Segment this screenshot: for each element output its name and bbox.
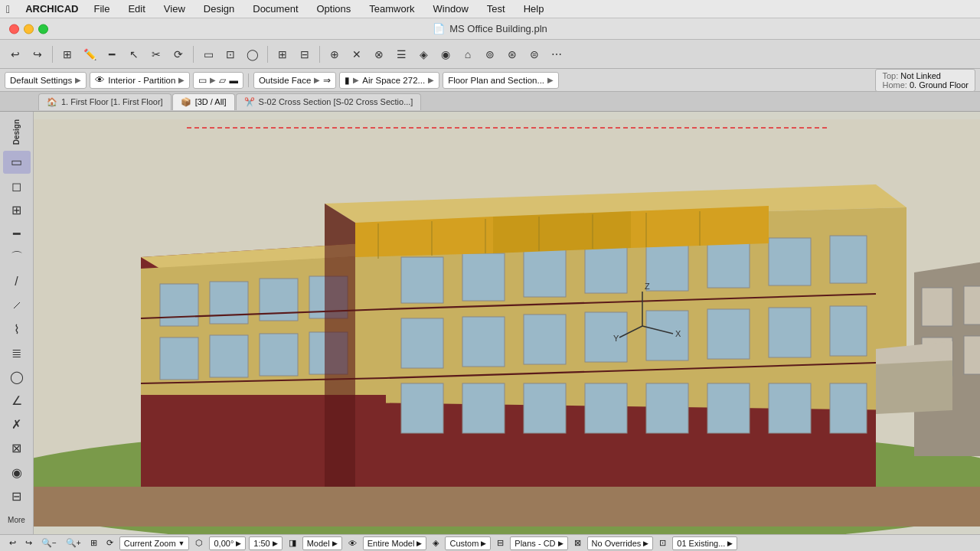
tool8-button[interactable]: ⊚ [479,44,501,65]
sidebar-wall-tool[interactable]: ▭ [3,151,31,173]
menu-view[interactable]: View [161,3,188,15]
zoom-in-button[interactable]: 🔍 + [63,536,84,550]
tool6-button[interactable]: ◉ [435,44,456,65]
model-dropdown[interactable]: Model ▶ [302,536,342,550]
existing-dropdown[interactable]: 01 Existing... ▶ [672,536,737,550]
default-settings-dropdown[interactable]: Default Settings ▶ [5,72,87,89]
entire-model-dropdown[interactable]: Entire Model ▶ [363,536,427,550]
sidebar-column-tool[interactable]: ◻ [3,175,31,197]
scale-dropdown[interactable]: 1:50 ▶ [249,536,282,550]
trim-button[interactable]: ✂ [145,44,167,65]
close-button[interactable] [9,24,19,34]
sidebar-morph-tool[interactable]: ◉ [3,461,31,484]
minimize-button[interactable] [24,24,34,34]
override-icon-btn[interactable]: ⊟ [494,536,507,550]
tab-first-floor[interactable]: 🏠 1. First Floor [1. First Floor] [38,93,172,110]
wall-type-icon-btn[interactable]: 👁 Interior - Partition ▶ [90,72,190,89]
angle-dropdown[interactable]: 0,00° ▶ [209,536,246,550]
svg-rect-25 [769,308,811,357]
tool5-button[interactable]: ◈ [413,44,434,65]
menu-design[interactable]: Design [201,3,237,15]
tool4-button[interactable]: ☰ [390,44,412,65]
pointer-button[interactable]: ↖ [123,44,145,65]
window-title: MS Office Building.pln [449,23,547,34]
sidebar-object-tool[interactable]: ⊟ [3,485,31,507]
grid2-button[interactable]: ⊟ [294,44,315,65]
home-key: Home: [882,80,906,90]
plans-dropdown[interactable]: Plans - CD ▶ [510,536,567,550]
snap-button[interactable]: ⊞ [57,44,78,65]
line-button[interactable]: ━ [101,44,122,65]
air-space-arrow1-icon: ▶ [353,76,359,84]
redo-button[interactable]: ↪ [27,44,48,65]
menu-test[interactable]: Test [484,3,508,15]
tab-floor-icon: 🏠 [47,97,57,107]
zoom-dropdown[interactable]: Current Zoom ▼ [119,536,190,550]
menu-window[interactable]: Window [430,3,472,15]
sidebar-zone-tool[interactable]: ⌇ [3,318,31,341]
sidebar-line-tool[interactable]: / [3,270,31,292]
undo-icon: ↩ [9,538,16,548]
menu-file[interactable]: File [90,3,113,15]
profile3-icon: ▬ [229,76,238,85]
menu-edit[interactable]: Edit [125,3,148,15]
tool10-button[interactable]: ⊜ [524,44,545,65]
circle-button[interactable]: ◯ [242,44,263,65]
draw-button[interactable]: ✏️ [79,44,100,65]
sidebar-slab-tool[interactable]: ━ [3,223,31,245]
sidebar-rail-tool[interactable]: ⊠ [3,437,31,459]
tool2-button[interactable]: ✕ [346,44,368,65]
custom-icon-btn[interactable]: ◈ [430,536,442,550]
tool1-button[interactable]: ⊕ [324,44,345,65]
override2-icon-btn[interactable]: ⊠ [571,536,584,550]
sidebar-roof-tool[interactable]: ⌒ [3,246,31,269]
tool11-button[interactable]: ⋯ [546,44,567,65]
tab-section-icon: ✂️ [244,97,255,107]
zoom-out-button[interactable]: 🔍 − [38,536,60,550]
tool9-button[interactable]: ⊛ [501,44,523,65]
no-overrides-dropdown[interactable]: No Overrides ▶ [587,536,654,550]
sidebar-beam-tool[interactable]: ⊞ [3,199,31,221]
svg-rect-20 [462,317,505,367]
undo-status-button[interactable]: ↩ [6,536,19,550]
menu-teamwork[interactable]: Teamwork [366,3,417,15]
undo-button[interactable]: ↩ [5,44,26,65]
refresh-button[interactable]: ⟳ [103,536,116,550]
filter-icon-btn[interactable]: ⊡ [656,536,669,550]
fit-button[interactable]: ⊞ [87,536,100,550]
floor-plan-dropdown[interactable]: Floor Plan and Section... ▶ [443,72,559,89]
redo-status-button[interactable]: ↪ [22,536,35,550]
rect2-button[interactable]: ⊡ [220,44,241,65]
sidebar-stair-tool[interactable]: ✗ [3,413,31,435]
wall-profile-dropdown[interactable]: ▭ ▶ ▱ ▬ [193,72,243,89]
air-space-dropdown[interactable]: ▮ ▶ Air Space 272... ▶ [339,72,439,89]
tab-cross-section[interactable]: ✂️ S-02 Cross Section [S-02 Cross Sectio… [236,93,422,110]
outside-face-dropdown[interactable]: Outside Face ▶ ⇒ [253,72,336,89]
custom-dropdown[interactable]: Custom ▶ [445,536,491,550]
rect-button[interactable]: ▭ [198,44,219,65]
zoom-out-icon: 🔍 [41,538,52,548]
eye-status-button[interactable]: 👁 [345,536,360,550]
tool3-button[interactable]: ⊗ [368,44,390,65]
rotate-button[interactable]: ⟳ [168,44,189,65]
sidebar-door-tool[interactable]: ◯ [3,366,31,388]
menu-help[interactable]: Help [521,3,547,15]
menu-document[interactable]: Document [250,3,301,15]
air-space-arrow2-icon: ▶ [428,76,434,84]
sidebar-fill-tool[interactable]: ⟋ [3,294,31,316]
canvas-area[interactable]: Z X Y [34,112,980,534]
scale-value: 1:50 [253,539,270,548]
toolbar-sep-4 [319,46,320,63]
layers-button[interactable]: ◨ [286,536,299,550]
svg-marker-48 [493,211,631,253]
sidebar-window-tool[interactable]: ∠ [3,390,31,412]
tab-3d[interactable]: 📦 [3D / All] [172,93,235,110]
sidebar-more-tool[interactable]: More [3,509,31,531]
maximize-button[interactable] [38,24,48,34]
wall-type-label: Interior - Partition [108,76,175,85]
tool7-button[interactable]: ⌂ [457,44,479,65]
menu-options[interactable]: Options [314,3,354,15]
angle-icon-btn[interactable]: ⬡ [192,536,206,550]
sidebar-curtain-tool[interactable]: ≣ [3,342,31,364]
grid-button[interactable]: ⊞ [272,44,293,65]
